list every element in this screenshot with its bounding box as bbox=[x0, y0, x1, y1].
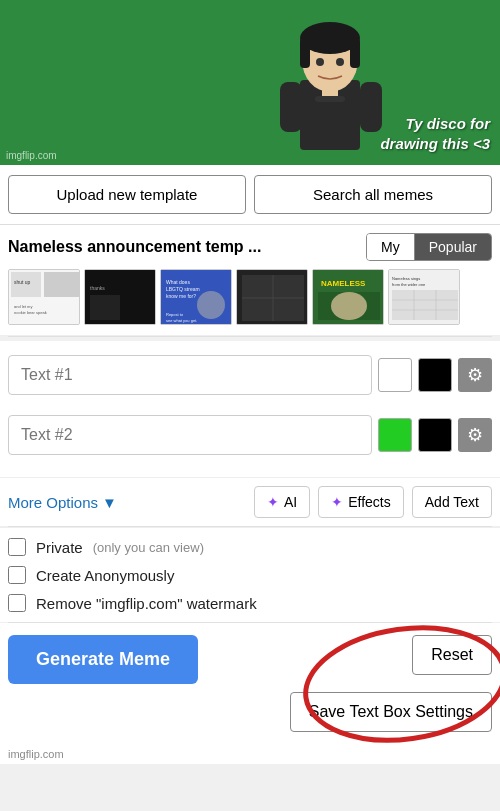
svg-point-35 bbox=[331, 292, 367, 320]
save-text-box-settings-button[interactable]: Save Text Box Settings bbox=[290, 692, 492, 732]
text-row-1: ⚙ bbox=[8, 349, 492, 401]
private-label: Private bbox=[36, 539, 83, 556]
svg-rect-5 bbox=[350, 38, 360, 68]
ai-button[interactable]: ✦ AI bbox=[254, 486, 310, 518]
meme-thumb-6[interactable]: Nameless sings from the wider one bbox=[388, 269, 460, 325]
text-input-1[interactable] bbox=[8, 355, 372, 395]
svg-rect-14 bbox=[44, 272, 79, 297]
template-header: Nameless announcement temp ... My Popula… bbox=[8, 233, 492, 261]
text-row-2: ⚙ bbox=[8, 409, 492, 461]
svg-text:thanks: thanks bbox=[90, 285, 105, 291]
sparkle-icon-effects: ✦ bbox=[331, 494, 343, 510]
svg-rect-20 bbox=[90, 295, 120, 320]
text-section: ⚙ ⚙ bbox=[0, 341, 500, 477]
checkbox-row-private: Private (only you can view) bbox=[8, 538, 492, 556]
options-bar: More Options ▼ ✦ AI ✦ Effects Add Text bbox=[0, 477, 500, 526]
svg-rect-4 bbox=[300, 38, 310, 68]
upload-template-button[interactable]: Upload new template bbox=[8, 175, 246, 214]
checkbox-row-watermark: Remove "imgflip.com" watermark bbox=[8, 594, 492, 612]
checkboxes-section: Private (only you can view) Create Anony… bbox=[0, 527, 500, 622]
anonymous-label: Create Anonymously bbox=[36, 567, 174, 584]
svg-text:What does: What does bbox=[166, 279, 190, 285]
tab-popular[interactable]: Popular bbox=[415, 234, 491, 260]
checkbox-row-anonymous: Create Anonymously bbox=[8, 566, 492, 584]
svg-point-11 bbox=[336, 58, 344, 66]
reset-button[interactable]: Reset bbox=[412, 635, 492, 675]
template-name: Nameless announcement temp ... bbox=[8, 238, 358, 256]
svg-rect-9 bbox=[360, 82, 382, 132]
ai-label: AI bbox=[284, 494, 297, 510]
text2-color-green[interactable] bbox=[378, 418, 412, 452]
more-options-button[interactable]: More Options ▼ bbox=[8, 494, 117, 511]
more-options-label: More Options bbox=[8, 494, 98, 511]
top-image-area: Ty disco for drawing this <3 imgflip.com bbox=[0, 0, 500, 165]
svg-text:see what you get.: see what you get. bbox=[166, 318, 197, 323]
toolbar: Upload new template Search all memes bbox=[0, 165, 500, 225]
svg-text:from the wider one: from the wider one bbox=[392, 282, 426, 287]
generate-meme-button[interactable]: Generate Meme bbox=[8, 635, 198, 684]
svg-text:shut up: shut up bbox=[14, 279, 31, 285]
svg-point-25 bbox=[197, 291, 225, 319]
save-section: Save Text Box Settings bbox=[0, 684, 500, 744]
action-section-wrapper: Generate Meme Reset Save Text Box Settin… bbox=[0, 623, 500, 744]
watermark-checkbox[interactable] bbox=[8, 594, 26, 612]
effects-label: Effects bbox=[348, 494, 391, 510]
add-text-button[interactable]: Add Text bbox=[412, 486, 492, 518]
meme-thumbnails-row: shut up and let my nookie bear speak tha… bbox=[8, 269, 492, 331]
svg-text:and let my: and let my bbox=[14, 304, 32, 309]
meme-thumb-5[interactable]: NAMELESS bbox=[312, 269, 384, 325]
meme-thumb-1[interactable]: shut up and let my nookie bear speak bbox=[8, 269, 80, 325]
svg-rect-7 bbox=[315, 96, 345, 102]
svg-rect-8 bbox=[280, 82, 302, 132]
ty-text: Ty disco for drawing this <3 bbox=[380, 114, 490, 153]
meme-thumb-4[interactable] bbox=[236, 269, 308, 325]
chevron-down-icon: ▼ bbox=[102, 494, 117, 511]
meme-thumb-3[interactable]: What does LBGTQ stream know me for? Repo… bbox=[160, 269, 232, 325]
action-section: Generate Meme Reset bbox=[0, 623, 500, 684]
text1-color-white[interactable] bbox=[378, 358, 412, 392]
svg-text:NAMELESS: NAMELESS bbox=[321, 279, 366, 288]
svg-text:nookie bear speak: nookie bear speak bbox=[14, 310, 47, 315]
svg-text:Repost to: Repost to bbox=[166, 312, 184, 317]
svg-rect-39 bbox=[392, 290, 458, 320]
meme-thumb-2[interactable]: thanks bbox=[84, 269, 156, 325]
text1-settings-button[interactable]: ⚙ bbox=[458, 358, 492, 392]
template-selector: Nameless announcement temp ... My Popula… bbox=[0, 225, 500, 336]
sparkle-icon-ai: ✦ bbox=[267, 494, 279, 510]
svg-text:Nameless sings: Nameless sings bbox=[392, 276, 420, 281]
private-note: (only you can view) bbox=[93, 540, 204, 555]
effects-button[interactable]: ✦ Effects bbox=[318, 486, 404, 518]
text2-color-black[interactable] bbox=[418, 418, 452, 452]
add-text-label: Add Text bbox=[425, 494, 479, 510]
svg-text:LBGTQ stream: LBGTQ stream bbox=[166, 286, 200, 292]
tab-group: My Popular bbox=[366, 233, 492, 261]
imgflip-watermark-bottom: imgflip.com bbox=[0, 744, 500, 764]
anonymous-checkbox[interactable] bbox=[8, 566, 26, 584]
text1-color-black[interactable] bbox=[418, 358, 452, 392]
private-checkbox[interactable] bbox=[8, 538, 26, 556]
imgflip-watermark-top: imgflip.com bbox=[6, 150, 57, 161]
tab-my[interactable]: My bbox=[367, 234, 414, 260]
watermark-label: Remove "imgflip.com" watermark bbox=[36, 595, 257, 612]
text-input-2[interactable] bbox=[8, 415, 372, 455]
svg-point-10 bbox=[316, 58, 324, 66]
svg-text:know me for?: know me for? bbox=[166, 293, 196, 299]
text2-settings-button[interactable]: ⚙ bbox=[458, 418, 492, 452]
search-memes-button[interactable]: Search all memes bbox=[254, 175, 492, 214]
